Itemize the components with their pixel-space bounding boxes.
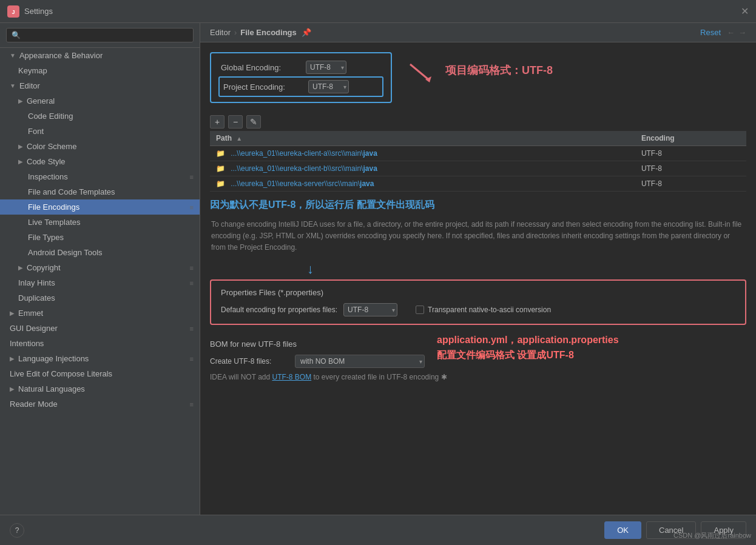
blue-down-arrow: ↓ <box>307 261 746 277</box>
path-toolbar: + − ✎ <box>210 115 746 129</box>
sidebar-item-appearance-behavior[interactable]: ▼ Appearance & Behavior <box>0 48 200 63</box>
bom-title: BOM for new UTF-8 files <box>210 339 425 349</box>
table-row[interactable]: 📁 ...\\eureka_01\\eureka-client-a\\src\\… <box>210 146 746 161</box>
sidebar-item-intentions[interactable]: Intentions <box>0 336 200 351</box>
nav-arrows: ← → <box>727 28 746 37</box>
sidebar-item-general[interactable]: ▶ General <box>0 93 200 109</box>
table-row[interactable]: 📁 ...\\eureka_01\\eureka-client-b\\src\\… <box>210 161 746 176</box>
app-icon: J <box>7 5 19 18</box>
sidebar-item-duplicates[interactable]: Duplicates <box>0 290 200 306</box>
sidebar-item-live-templates[interactable]: Live Templates <box>0 215 200 230</box>
bom-row: Create UTF-8 files: with NO BOM with BOM… <box>210 355 425 368</box>
encoding-cell: UTF-8 <box>635 176 746 192</box>
sidebar-item-live-edit-compose[interactable]: Live Edit of Compose Literals <box>0 366 200 381</box>
sort-arrow: ▲ <box>236 135 242 142</box>
properties-box: Properties Files (*.properties) Default … <box>210 279 746 325</box>
sidebar-item-emmet[interactable]: ▶ Emmet <box>0 306 200 321</box>
sidebar-item-inspections[interactable]: Inspections ≡ <box>0 169 200 184</box>
sidebar-item-font[interactable]: Font <box>0 124 200 139</box>
folder-icon: 📁 <box>216 149 225 158</box>
folder-icon: 📁 <box>216 164 225 173</box>
lang-inject-badge: ≡ <box>190 355 194 363</box>
encoding-column-header[interactable]: Encoding <box>635 131 746 146</box>
expand-arrow-color-scheme: ▶ <box>18 143 23 150</box>
sidebar-item-copyright[interactable]: ▶ Copyright ≡ <box>0 260 200 275</box>
copyright-badge: ≡ <box>190 264 194 272</box>
sidebar-item-android-design-tools[interactable]: Android Design Tools <box>0 245 200 260</box>
encoding-cell: UTF-8 <box>635 161 746 176</box>
sidebar-item-reader-mode[interactable]: Reader Mode ≡ <box>0 396 200 412</box>
expand-arrow-emmet: ▶ <box>10 310 15 316</box>
ok-button[interactable]: OK <box>604 521 641 539</box>
collapse-arrow: ▼ <box>10 52 16 59</box>
utf8-bom-link[interactable]: UTF-8 BOM <box>272 373 311 381</box>
search-box <box>0 23 200 48</box>
svg-text:J: J <box>12 9 15 15</box>
sidebar-item-color-scheme[interactable]: ▶ Color Scheme <box>0 139 200 154</box>
back-arrow[interactable]: ← <box>727 28 735 37</box>
sidebar-item-code-style[interactable]: ▶ Code Style <box>0 154 200 169</box>
project-encoding-row: Project Encoding: UTF-8 UTF-16 GBK <box>218 76 383 97</box>
red-annotation-text: 项目编码格式：UTF-8 <box>445 63 553 78</box>
expand-arrow-copyright: ▶ <box>18 264 23 271</box>
breadcrumb-parent: Editor <box>210 28 231 37</box>
add-path-button[interactable]: + <box>210 115 224 129</box>
sidebar: ▼ Appearance & Behavior Keymap ▼ Editor … <box>0 23 200 515</box>
reset-button[interactable]: Reset <box>700 28 721 37</box>
default-encoding-select[interactable]: UTF-8 GBK ISO-8859-1 <box>343 303 397 316</box>
sidebar-item-inlay-hints[interactable]: Inlay Hints ≡ <box>0 275 200 290</box>
transparent-label: Transparent native-to-ascii conversion <box>428 306 551 314</box>
sidebar-item-code-editing[interactable]: Code Editing <box>0 109 200 124</box>
bottom-bar: ? OK Cancel Apply <box>0 515 756 545</box>
folder-icon: 📁 <box>216 179 225 188</box>
reader-mode-badge: ≡ <box>190 401 194 408</box>
global-encoding-label: Global Encoding: <box>221 63 306 72</box>
transparent-checkbox[interactable] <box>416 306 424 314</box>
sidebar-item-natural-languages[interactable]: ▶ Natural Languages <box>0 381 200 396</box>
bom-label: Create UTF-8 files: <box>210 357 289 366</box>
content-area: Editor › File Encodings 📌 Reset ← → Glob… <box>200 23 756 515</box>
sidebar-item-language-injections[interactable]: ▶ Language Injections ≡ <box>0 351 200 366</box>
default-encoding-label: Default encoding for properties files: <box>221 306 337 314</box>
expand-arrow-code-style: ▶ <box>18 158 23 165</box>
watermark: CSDN @风雨过后rainbow <box>673 531 751 540</box>
sidebar-item-gui-designer[interactable]: GUI Designer ≡ <box>0 321 200 336</box>
sidebar-item-keymap[interactable]: Keymap <box>0 63 200 78</box>
description-text: To change encoding IntelliJ IDEA uses fo… <box>210 219 746 254</box>
global-encoding-select[interactable]: UTF-8 UTF-16 GBK <box>306 61 346 74</box>
forward-arrow[interactable]: → <box>738 28 746 37</box>
close-button[interactable]: ✕ <box>741 5 749 17</box>
blue-annotation-text: 因为默认不是UTF-8，所以运行后 配置文件出现乱码 <box>210 199 746 212</box>
bom-select[interactable]: with NO BOM with BOM with BOM if Windows… <box>295 355 425 368</box>
sidebar-item-file-types[interactable]: File Types <box>0 230 200 245</box>
path-table: Path ▲ Encoding 📁 ...\\eureka_01\\eureka… <box>210 131 746 192</box>
sidebar-item-file-encodings[interactable]: File Encodings ≡ <box>0 199 200 215</box>
breadcrumb-current: File Encodings <box>240 28 296 37</box>
path-cell: ...\\eureka_01\\eureka-client-a\\src\\ma… <box>231 149 377 158</box>
red-arrow-annotation <box>404 58 440 82</box>
file-encodings-badge: ≡ <box>190 204 194 211</box>
collapse-arrow-editor: ▼ <box>10 82 16 89</box>
transparent-group: Transparent native-to-ascii conversion <box>416 306 551 314</box>
remove-path-button[interactable]: − <box>228 115 243 129</box>
gui-designer-badge: ≡ <box>190 325 194 332</box>
sidebar-item-editor[interactable]: ▼ Editor <box>0 78 200 93</box>
path-cell: ...\\eureka_01\\eureka-client-b\\src\\ma… <box>231 164 377 173</box>
project-encoding-select[interactable]: UTF-8 UTF-16 GBK <box>308 80 349 93</box>
table-row[interactable]: 📁 ...\\eureka_01\\eureka-server\\src\\ma… <box>210 176 746 192</box>
inlay-hints-badge: ≡ <box>190 279 194 287</box>
breadcrumb-bar: Editor › File Encodings 📌 Reset ← → <box>200 23 756 42</box>
help-button[interactable]: ? <box>10 523 24 538</box>
properties-row: Default encoding for properties files: U… <box>221 303 735 316</box>
expand-arrow-natural: ▶ <box>10 386 15 392</box>
edit-path-button[interactable]: ✎ <box>246 115 261 129</box>
sidebar-item-file-code-templates[interactable]: File and Code Templates <box>0 184 200 199</box>
title-bar: J Settings ✕ <box>0 0 756 23</box>
search-input[interactable] <box>6 28 194 42</box>
expand-arrow-general: ▶ <box>18 98 23 104</box>
window-title: Settings <box>24 7 53 16</box>
properties-title: Properties Files (*.properties) <box>221 288 735 297</box>
idea-note: IDEA will NOT add UTF-8 BOM to every cre… <box>210 373 746 381</box>
path-column-header[interactable]: Path ▲ <box>210 131 635 146</box>
encoding-box: Global Encoding: UTF-8 UTF-16 GBK Projec… <box>210 52 392 103</box>
